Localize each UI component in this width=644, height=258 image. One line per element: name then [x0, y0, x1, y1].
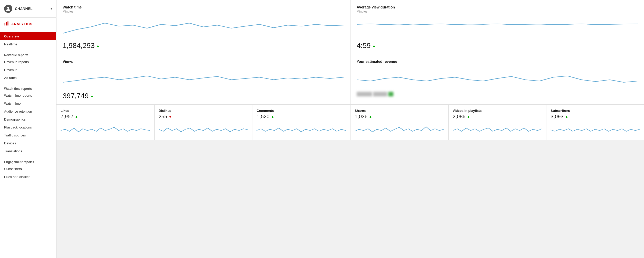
avg-view-chart [357, 15, 638, 38]
sidebar-item-demographics[interactable]: Demographics [0, 115, 56, 123]
metric-dislikes-value: 255 ▼ [159, 114, 248, 120]
analytics-header: ANALYTICS [0, 18, 56, 30]
metric-revenue-title: Your estimated revenue [357, 59, 638, 64]
trend-up-icon-2: ▲ [372, 44, 376, 48]
svg-rect-0 [5, 23, 5, 25]
channel-header[interactable]: CHANNEL ▾ [0, 0, 56, 18]
avatar [4, 5, 12, 13]
metric-watch-time: Watch time Minutes 1,984,293 ▲ [56, 0, 350, 54]
svg-rect-2 [7, 22, 8, 26]
metric-views-value: 397,749 ▲ [63, 92, 344, 100]
sidebar-item-playback-locations[interactable]: Playback locations [0, 123, 56, 131]
channel-name: CHANNEL [15, 7, 51, 11]
metric-avg-subtitle: Minutes [357, 10, 638, 13]
sidebar-item-translations[interactable]: Translations [0, 147, 56, 155]
metric-shares-title: Shares [355, 109, 444, 113]
sidebar-item-watch-time[interactable]: Watch time [0, 100, 56, 107]
likes-chart [61, 122, 150, 137]
sidebar-item-revenue-reports[interactable]: Revenue reports [0, 58, 56, 66]
sidebar-item-overview[interactable]: Overview [0, 32, 56, 40]
metric-playlists-value: 2,086 ▲ [453, 114, 542, 120]
sidebar-item-ad-rates[interactable]: Ad rates [0, 74, 56, 82]
playlists-trend-icon: ▲ [467, 115, 470, 119]
bottom-metrics-grid: Likes 7,957 ▲ Dislikes 255 ▼ [56, 105, 644, 140]
dislikes-trend-icon: ▼ [168, 115, 172, 119]
sidebar-item-audience-retention[interactable]: Audience retention [0, 107, 56, 115]
sidebar-item-likes-dislikes[interactable]: Likes and dislikes [0, 173, 56, 181]
analytics-icon [4, 21, 9, 27]
shares-chart [355, 122, 444, 137]
sidebar-item-revenue[interactable]: Revenue [0, 66, 56, 74]
metric-avg-view-duration: Average view duration Minutes 4:59 ▲ [351, 0, 644, 54]
revenue-blurred [357, 92, 638, 96]
sidebar-item-devices[interactable]: Devices [0, 139, 56, 147]
shares-trend-icon: ▲ [369, 115, 372, 119]
metric-subscribers-title: Subscribers [551, 109, 640, 113]
main-content: Watch time Minutes 1,984,293 ▲ Average v… [56, 0, 644, 258]
metric-revenue: Your estimated revenue [351, 54, 644, 104]
metric-comments-value: 1,520 ▲ [257, 114, 346, 120]
comments-trend-icon: ▲ [271, 115, 274, 119]
sidebar-item-watch-time-reports[interactable]: Watch time reports [0, 92, 56, 100]
views-chart [63, 66, 344, 89]
sidebar-item-traffic-sources[interactable]: Traffic sources [0, 131, 56, 139]
subscribers-trend-icon: ▲ [565, 115, 568, 119]
metric-watch-time-subtitle: Minutes [63, 10, 344, 13]
section-revenue: Revenue reports [0, 50, 56, 58]
metric-dislikes: Dislikes 255 ▼ [155, 105, 252, 140]
section-watchtime: Watch time reports [0, 84, 56, 92]
metric-watch-time-value: 1,984,293 ▲ [63, 42, 344, 50]
sidebar-item-subscribers[interactable]: Subscribers [0, 165, 56, 173]
sidebar: CHANNEL ▾ ANALYTICS Overview Realtime Re… [0, 0, 56, 258]
sidebar-nav: Overview Realtime Revenue reports Revenu… [0, 30, 56, 183]
playlists-chart [453, 122, 542, 137]
comments-chart [257, 122, 346, 137]
subscribers-chart [551, 122, 640, 137]
trend-up-icon-3: ▲ [90, 94, 94, 98]
metric-avg-title: Average view duration [357, 5, 638, 9]
section-engagement: Engagement reports [0, 157, 56, 165]
metric-dislikes-title: Dislikes [159, 109, 248, 113]
metric-subscribers-value: 3,093 ▲ [551, 114, 640, 120]
metric-comments-title: Comments [257, 109, 346, 113]
analytics-label: ANALYTICS [11, 22, 32, 26]
metric-comments: Comments 1,520 ▲ [252, 105, 350, 140]
metric-views: Views 397,749 ▲ [56, 54, 350, 104]
metric-playlists: Videos in playlists 2,086 ▲ [449, 105, 546, 140]
watch-time-chart [63, 15, 344, 38]
metric-likes-value: 7,957 ▲ [61, 114, 150, 120]
metric-views-title: Views [63, 59, 344, 64]
metric-playlists-title: Videos in playlists [453, 109, 542, 113]
metric-likes: Likes 7,957 ▲ [56, 105, 154, 140]
trend-up-icon: ▲ [96, 44, 100, 48]
metric-avg-value: 4:59 ▲ [357, 42, 638, 50]
dislikes-chart [159, 122, 248, 137]
svg-rect-1 [6, 22, 7, 26]
metric-shares: Shares 1,036 ▲ [351, 105, 448, 140]
metric-subscribers: Subscribers 3,093 ▲ [546, 105, 644, 140]
top-metrics-grid: Watch time Minutes 1,984,293 ▲ Average v… [56, 0, 644, 105]
chevron-down-icon: ▾ [51, 7, 52, 11]
sidebar-item-realtime[interactable]: Realtime [0, 40, 56, 48]
revenue-chart [357, 66, 638, 89]
metric-shares-value: 1,036 ▲ [355, 114, 444, 120]
likes-trend-icon: ▲ [75, 115, 78, 119]
metric-likes-title: Likes [61, 109, 150, 113]
metric-watch-time-title: Watch time [63, 5, 344, 9]
